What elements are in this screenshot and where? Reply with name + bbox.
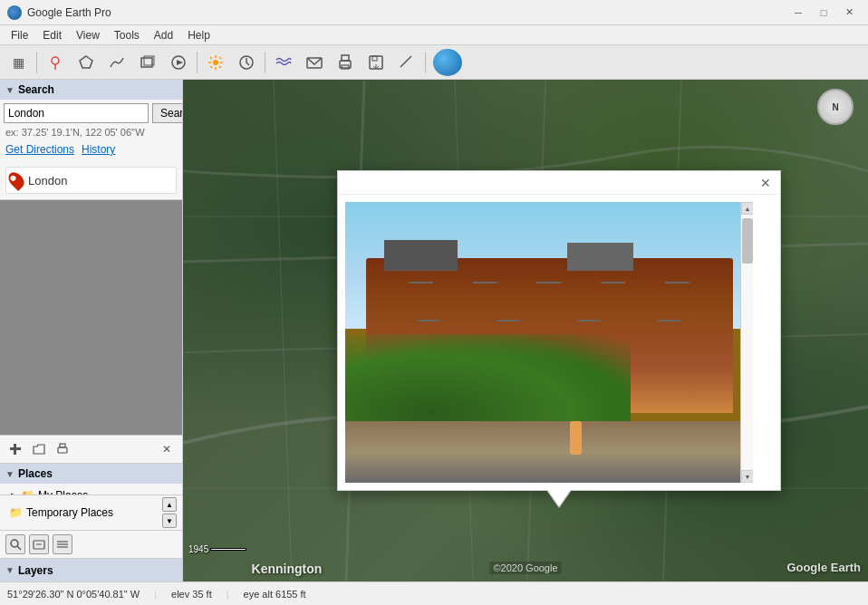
svg-rect-27	[58, 447, 67, 453]
coordinates-display: 51°29'26.30" N 0°05'40.81" W	[7, 589, 140, 600]
window-2	[473, 282, 497, 283]
svg-line-12	[210, 57, 212, 59]
historical-imagery-button[interactable]	[232, 49, 261, 76]
map-copyright: ©2020 Google	[489, 562, 561, 574]
photo-popup-close-button[interactable]: ✕	[757, 174, 775, 192]
places-header-label: Places	[18, 467, 53, 480]
photo-popup: ✕	[337, 170, 781, 491]
layers-triangle-icon: ▼	[5, 565, 14, 575]
sun-light-button[interactable]	[201, 49, 230, 76]
sidebar-toggle-button[interactable]: ▦	[4, 49, 33, 76]
maximize-button[interactable]: □	[812, 5, 835, 21]
arch-window-1	[417, 320, 441, 322]
roof-peak-2	[567, 243, 633, 271]
windows-row-2	[395, 320, 703, 322]
places-add-button[interactable]	[5, 439, 25, 459]
status-sep-1: |	[154, 589, 157, 600]
street-figure	[570, 421, 583, 455]
search-input[interactable]	[4, 103, 149, 123]
layers-nav-button[interactable]	[53, 534, 72, 554]
add-placemark-button[interactable]	[41, 49, 70, 76]
map-area[interactable]: N ✕	[183, 80, 868, 581]
close-button[interactable]: ✕	[837, 5, 861, 21]
search-empty-area	[0, 200, 182, 436]
add-polygon-button[interactable]	[72, 49, 101, 76]
google-earth-logo: Google Earth	[786, 561, 861, 574]
window-controls: ─ □ ✕	[786, 5, 861, 21]
status-sep-2: |	[227, 589, 229, 600]
windows-row-1	[395, 282, 703, 283]
svg-point-29	[11, 540, 18, 547]
photo-scrollbar: ▲ ▼	[740, 202, 753, 483]
map-label-kennington: Kennington	[252, 562, 323, 576]
svg-line-15	[210, 66, 212, 68]
scroll-up-arrow[interactable]: ▲	[741, 202, 753, 215]
pin-icon	[5, 169, 27, 191]
result-name: London	[28, 174, 67, 187]
places-nav-button[interactable]	[29, 534, 49, 554]
save-image-button[interactable]	[362, 49, 391, 76]
measure-button[interactable]	[392, 49, 421, 76]
search-button[interactable]: Search	[152, 103, 183, 123]
places-print-button[interactable]	[53, 439, 72, 459]
svg-line-13	[219, 66, 221, 68]
compass[interactable]: N	[817, 89, 854, 125]
places-folder-button[interactable]	[29, 439, 49, 459]
scroll-thumb[interactable]	[742, 218, 753, 264]
menu-view[interactable]: View	[69, 27, 107, 43]
add-path-button[interactable]	[102, 49, 131, 76]
status-bar: 51°29'26.30" N 0°05'40.81" W | elev 35 f…	[0, 581, 868, 605]
email-button[interactable]	[300, 49, 329, 76]
temp-folder-icon: 📁	[9, 506, 23, 519]
photo-ground	[345, 421, 753, 483]
arch-window-2	[497, 320, 521, 322]
add-tour-button[interactable]	[164, 49, 193, 76]
result-item-london[interactable]: London	[5, 167, 177, 194]
places-tree: ▶ 📁 My Places ▶ 📁 Sightseeing Tour Make …	[0, 484, 182, 495]
arch-window-4	[657, 320, 681, 322]
add-overlay-button[interactable]	[133, 49, 162, 76]
scroll-down-button[interactable]: ▼	[162, 514, 177, 528]
ocean-depth-button[interactable]	[269, 49, 298, 76]
places-header[interactable]: ▼ Places	[0, 464, 182, 484]
places-toolbar: ✕	[0, 436, 182, 464]
minimize-button[interactable]: ─	[786, 5, 810, 21]
toolbar-separator-2	[197, 52, 198, 73]
temp-places-content[interactable]: 📁 Temporary Places	[5, 506, 162, 519]
places-close-button[interactable]: ✕	[157, 439, 177, 459]
search-nav-button[interactable]	[5, 534, 25, 554]
print-button[interactable]	[331, 49, 360, 76]
roof-peak-1	[384, 240, 458, 271]
layers-section[interactable]: ▼ Layers	[0, 558, 182, 581]
window-4	[601, 282, 625, 283]
main-area: ▼ Search Search ex: 37.25' 19.1'N, 122 0…	[0, 80, 868, 581]
left-panel: ▼ Search Search ex: 37.25' 19.1'N, 122 0…	[0, 80, 183, 581]
bottom-nav	[0, 530, 182, 558]
scroll-controls: ▲ ▼	[162, 497, 177, 528]
scale-number: 1945	[188, 544, 208, 554]
toolbar-separator-1	[36, 52, 37, 73]
arch-window-3	[577, 320, 602, 322]
history-link[interactable]: History	[82, 143, 115, 156]
app-icon	[7, 5, 22, 20]
photo-image: ▲ ▼	[345, 202, 753, 483]
photo-popup-body: ▲ ▼	[338, 195, 780, 490]
svg-point-7	[213, 60, 218, 65]
menu-help[interactable]: Help	[180, 27, 217, 43]
scroll-up-button[interactable]: ▲	[162, 497, 177, 512]
app-title: Google Earth Pro	[27, 6, 786, 19]
scale-line	[210, 548, 246, 551]
earth-globe-icon[interactable]	[433, 49, 462, 76]
menu-file[interactable]: File	[4, 27, 35, 43]
scale-bar: 1945	[188, 544, 246, 554]
search-header[interactable]: ▼ Search	[0, 80, 182, 100]
scroll-down-arrow[interactable]: ▼	[741, 470, 753, 483]
menu-edit[interactable]: Edit	[35, 27, 69, 43]
tree-item-my-places[interactable]: ▶ 📁 My Places	[0, 487, 182, 495]
toolbar-separator-4	[425, 52, 426, 73]
menu-add[interactable]: Add	[147, 27, 180, 43]
window-3	[536, 282, 561, 283]
get-directions-link[interactable]: Get Directions	[5, 143, 74, 156]
menu-tools[interactable]: Tools	[107, 27, 147, 43]
toolbar: ▦	[0, 45, 868, 80]
